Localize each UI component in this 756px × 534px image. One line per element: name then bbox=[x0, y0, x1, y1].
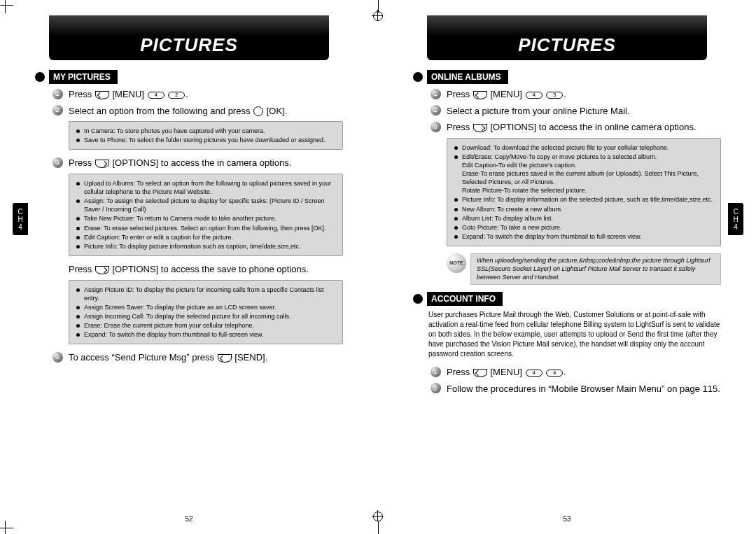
step-text: Press [MENU] 4 4. bbox=[447, 366, 721, 379]
step-text: Press [OPTIONS] to access the in camera … bbox=[69, 157, 343, 169]
list-item: Assign Incoming Call: To display the sel… bbox=[84, 312, 335, 321]
left-softkey-icon bbox=[95, 91, 109, 99]
step-2: 2 Select a picture from your online Pict… bbox=[428, 105, 721, 118]
section-title: ACCOUNT INFO bbox=[427, 292, 503, 306]
step-4: 4 To access “Send Picture Msg” press [SE… bbox=[50, 351, 343, 364]
list-item: Picture Info: To display picture informa… bbox=[84, 242, 335, 251]
key-2-icon: 2 bbox=[168, 92, 185, 99]
manual-spread: PICTURES CH4 MY PICTURES 1 Press [MENU] … bbox=[0, 0, 756, 534]
right-softkey-icon bbox=[95, 160, 109, 168]
list-item: Goto Picture: To take a new picture. bbox=[462, 223, 713, 232]
key-4-icon: 4 bbox=[526, 92, 542, 99]
step-text: Press [MENU] 4 2. bbox=[69, 88, 343, 101]
note-icon: NOTE bbox=[447, 253, 466, 273]
page-number: 53 bbox=[563, 515, 570, 523]
left-softkey-icon bbox=[218, 354, 232, 363]
step-3: 3 Press [OPTIONS] to access the in camer… bbox=[50, 157, 343, 169]
section-heading-my-pictures: MY PICTURES bbox=[35, 70, 343, 84]
step-number-icon: 3 bbox=[428, 121, 442, 132]
step-save-to-phone: Press [OPTIONS] to access the save to ph… bbox=[50, 263, 343, 276]
left-softkey-icon bbox=[473, 91, 487, 99]
step-text: Press [OPTIONS] to access the save to ph… bbox=[69, 263, 343, 276]
list-item: New Album: To create a new album. bbox=[462, 205, 713, 213]
options-box-in-camera: Upload to Albums: To select an option fr… bbox=[69, 174, 343, 256]
step-3: 3 Press [OPTIONS] to access the in onlin… bbox=[428, 121, 721, 134]
list-item: Assign: To assign the selected picture t… bbox=[84, 197, 335, 213]
page-number: 52 bbox=[185, 515, 192, 523]
step-text: Select an option from the following and … bbox=[69, 105, 343, 118]
account-step-1: 1 Press [MENU] 4 4. bbox=[428, 366, 721, 379]
list-item: Album List: To display album list. bbox=[462, 214, 713, 223]
step-text: Press [MENU] 4 3. bbox=[447, 88, 721, 101]
crop-mark bbox=[0, 521, 13, 534]
list-item: In Camera: To store photos you have capt… bbox=[84, 127, 335, 135]
chapter-tab: CH4 bbox=[728, 203, 743, 235]
right-softkey-icon bbox=[95, 266, 109, 274]
list-item: Download: To download the selected pictu… bbox=[462, 143, 713, 152]
note-callout: NOTE When uploading/sending the picture,… bbox=[447, 253, 721, 285]
section-heading-account-info: ACCOUNT INFO bbox=[413, 292, 721, 306]
list-item: Edit/Erase: Copy/Move-To copy or move pi… bbox=[462, 153, 713, 195]
page-title: PICTURES bbox=[49, 15, 329, 60]
step-number-icon: 3 bbox=[50, 157, 64, 168]
chapter-tab: CH4 bbox=[13, 203, 28, 235]
options-box-save-to-phone: Assign Picture ID: To display the pictur… bbox=[69, 280, 343, 345]
right-softkey-icon bbox=[473, 124, 487, 132]
list-item: Take New Picture: To return to Camera mo… bbox=[84, 214, 335, 223]
section-title: MY PICTURES bbox=[49, 70, 118, 84]
list-item: Erase: To erase selected pictures. Selec… bbox=[84, 224, 335, 232]
step-text: To access “Send Picture Msg” press [SEND… bbox=[69, 351, 343, 364]
step-number-icon: 1 bbox=[428, 366, 442, 377]
section-bullet-icon bbox=[35, 72, 45, 82]
list-item: Save to Phone: To select the folder stor… bbox=[84, 136, 335, 144]
step-1: 1 Press [MENU] 4 2. bbox=[50, 88, 343, 101]
note-text: When uploading/sending the picture,&nbsp… bbox=[470, 253, 721, 285]
key-4-icon: 4 bbox=[526, 370, 542, 377]
section-title: ONLINE ALBUMS bbox=[427, 70, 508, 84]
list-item: Expand: To switch the display from thumb… bbox=[84, 330, 335, 339]
crop-mark bbox=[0, 0, 13, 13]
step-number-icon: 2 bbox=[428, 105, 442, 116]
step-text: Select a picture from your online Pictur… bbox=[447, 105, 721, 118]
list-item: Assign Picture ID: To display the pictur… bbox=[84, 286, 335, 302]
step-2: 2 Select an option from the following an… bbox=[50, 105, 343, 118]
left-page: PICTURES CH4 MY PICTURES 1 Press [MENU] … bbox=[0, 0, 378, 534]
step-number-icon: 2 bbox=[428, 383, 442, 394]
step-number-icon: 2 bbox=[50, 105, 64, 116]
step-1: 1 Press [MENU] 4 3. bbox=[428, 88, 721, 101]
step-number-icon: 4 bbox=[50, 351, 64, 363]
account-step-2: 2 Follow the procedures in “Mobile Brows… bbox=[428, 383, 721, 395]
section-heading-online-albums: ONLINE ALBUMS bbox=[413, 70, 721, 84]
step-text: Follow the procedures in “Mobile Browser… bbox=[447, 383, 721, 395]
list-item: Expand: To switch the display from thumb… bbox=[462, 232, 713, 241]
account-info-paragraph: User purchases Picture Mail through the … bbox=[428, 310, 721, 359]
list-item: Erase: Erase the current picture from yo… bbox=[84, 321, 335, 330]
options-box-online: Download: To download the selected pictu… bbox=[447, 138, 721, 247]
page-title: PICTURES bbox=[427, 15, 707, 60]
list-item: Picture Info: To display information on … bbox=[462, 195, 713, 204]
list-item: Upload to Albums: To select an option fr… bbox=[84, 179, 335, 196]
list-item: Assign Screen Saver: To display the pict… bbox=[84, 303, 335, 311]
key-4-icon: 4 bbox=[148, 92, 164, 99]
key-3-icon: 3 bbox=[546, 92, 563, 99]
step-text: Press [OPTIONS] to access the in online … bbox=[447, 121, 721, 134]
ok-key-icon bbox=[253, 106, 263, 116]
left-softkey-icon bbox=[473, 369, 487, 377]
section-bullet-icon bbox=[413, 72, 423, 82]
step-number-icon: 1 bbox=[50, 88, 64, 99]
options-box-camera-phone: In Camera: To store photos you have capt… bbox=[69, 121, 343, 150]
section-bullet-icon bbox=[413, 294, 423, 304]
right-page: PICTURES CH4 ONLINE ALBUMS 1 Press [MENU… bbox=[378, 0, 756, 534]
key-4-icon: 4 bbox=[546, 370, 563, 377]
list-item: Edit Caption: To enter or edit a caption… bbox=[84, 233, 335, 241]
step-number-icon: 1 bbox=[428, 88, 442, 99]
